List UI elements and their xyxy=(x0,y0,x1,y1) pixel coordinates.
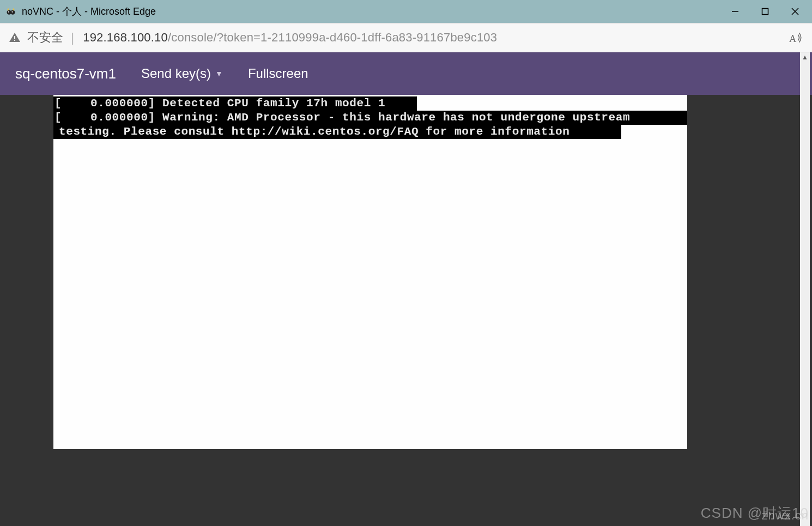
vertical-scrollbar[interactable]: ▲ xyxy=(800,52,810,526)
svg-text:A: A xyxy=(789,33,797,44)
url-path: /console/?token=1-2110999a-d460-1dff-6a8… xyxy=(168,31,497,44)
address-separator: | xyxy=(71,30,74,45)
minimize-button[interactable] xyxy=(720,0,750,23)
window-title: noVNC - 个人 - Microsoft Edge xyxy=(22,5,156,18)
close-button[interactable] xyxy=(780,0,810,23)
not-secure-icon xyxy=(8,31,22,45)
svg-point-2 xyxy=(8,11,9,13)
novnc-toolbar: sq-centos7-vm1 Send key(s) ▼ Fullscreen xyxy=(0,52,812,95)
vm-name-label: sq-centos7-vm1 xyxy=(15,65,116,82)
scroll-up-icon[interactable]: ▲ xyxy=(800,52,810,62)
svg-point-3 xyxy=(11,11,13,13)
send-key-label: Send key(s) xyxy=(141,66,211,81)
url-host: 192.168.100.10 xyxy=(83,31,168,44)
read-aloud-icon[interactable]: A xyxy=(787,29,804,46)
address-bar: 不安全 | 192.168.100.10/console/?token=1-21… xyxy=(0,23,812,52)
console-line: [ 0.000000] Detected CPU family 17h mode… xyxy=(53,96,417,111)
svg-point-1 xyxy=(10,10,15,15)
vnc-viewport[interactable]: [ 0.000000] Detected CPU family 17h mode… xyxy=(3,95,799,526)
url-display[interactable]: 192.168.100.10/console/?token=1-2110999a… xyxy=(83,31,497,45)
chevron-down-icon: ▼ xyxy=(215,69,223,78)
fullscreen-button[interactable]: Fullscreen xyxy=(248,66,308,81)
send-key-dropdown[interactable]: Send key(s) ▼ xyxy=(141,66,223,81)
window-titlebar: noVNC - 个人 - Microsoft Edge xyxy=(0,0,812,23)
maximize-button[interactable] xyxy=(750,0,780,23)
svg-rect-8 xyxy=(14,36,15,39)
console-line: [ 0.000000] Warning: AMD Processor - thi… xyxy=(53,111,687,125)
svg-rect-5 xyxy=(762,9,768,15)
security-label: 不安全 xyxy=(27,29,63,46)
favicon-icon xyxy=(5,6,16,17)
console-canvas[interactable]: [ 0.000000] Detected CPU family 17h mode… xyxy=(53,95,687,449)
svg-rect-9 xyxy=(14,40,15,41)
console-line: testing. Please consult http://wiki.cent… xyxy=(53,125,621,139)
